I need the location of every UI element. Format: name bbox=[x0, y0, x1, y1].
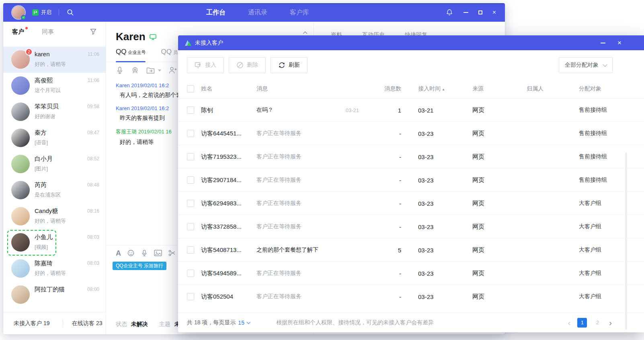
chat-list-item[interactable]: 小鱼儿 [视频] 08:03 bbox=[3, 229, 106, 256]
chat-time: 08:48 bbox=[87, 182, 99, 188]
chat-name: 阿拉丁的猫 bbox=[35, 286, 65, 293]
col-access-time[interactable]: 接入时间▲ bbox=[418, 85, 462, 92]
cell-message: 在吗？ bbox=[256, 107, 337, 114]
nav-tab[interactable]: 通讯录 bbox=[248, 8, 267, 17]
scrollbar[interactable] bbox=[625, 153, 627, 330]
table-row[interactable]: 访客052504 客户正在等待服务 - 03-23 网页 大客户组 bbox=[178, 285, 644, 308]
add-person-icon[interactable] bbox=[168, 66, 177, 74]
chat-list-item[interactable]: 秦方 [语音] 09:47 bbox=[3, 125, 106, 151]
chat-list-item[interactable]: 芮芮 是在浦东区 08:48 bbox=[3, 177, 106, 203]
cell-name: 访客052504 bbox=[201, 293, 254, 300]
cell-source: 网页 bbox=[472, 176, 517, 184]
connect-button[interactable]: 接入 bbox=[187, 57, 224, 73]
channel-tab-qq: QQ bbox=[116, 48, 126, 56]
assign-filter-label: 全部分配对象 bbox=[565, 61, 599, 69]
cell-assign: 售前接待组 bbox=[579, 130, 635, 137]
search-icon[interactable] bbox=[66, 8, 74, 16]
row-checkbox[interactable] bbox=[187, 270, 194, 277]
table-row[interactable]: 访客5408713... 之前的那个套餐想了解下 5 03-23 网页 大客户组 bbox=[178, 238, 644, 261]
folder-dropdown-caret[interactable] bbox=[158, 70, 161, 72]
row-checkbox[interactable] bbox=[187, 153, 194, 160]
table-row[interactable]: 访客5494589... 客户正在等待服务 - 03-23 网页 大客户组 bbox=[178, 261, 644, 285]
col-owner[interactable]: 归属人 bbox=[527, 85, 571, 92]
table-row[interactable]: 访客6294983... 客户正在等待服务 - 03-23 网页 大客户组 bbox=[178, 191, 644, 215]
tab-customers[interactable]: 客户 bbox=[12, 28, 24, 36]
chat-list-item[interactable]: 陈嘉琦 好的，请稍等 08:03 bbox=[3, 256, 106, 282]
font-icon[interactable]: A bbox=[116, 250, 121, 257]
row-checkbox[interactable] bbox=[187, 107, 194, 114]
window-minimize-button[interactable] bbox=[464, 12, 468, 13]
status-chip[interactable]: 开启 bbox=[32, 9, 51, 16]
nav-tab[interactable]: 客户库 bbox=[290, 8, 309, 17]
page-size-caret-icon[interactable] bbox=[246, 320, 250, 324]
row-checkbox[interactable] bbox=[187, 130, 194, 137]
cell-count: 5 bbox=[361, 246, 401, 253]
next-page-button[interactable]: › bbox=[609, 319, 612, 327]
table-row[interactable]: 陈钊 在吗？ 03-21 1 03-21 网页 售前接待组 bbox=[178, 98, 644, 121]
table-row[interactable]: 访客3372858... 客户正在等待服务 - 03-23 网页 大客户组 bbox=[178, 215, 644, 238]
emoji-icon[interactable] bbox=[127, 249, 135, 257]
filter-icon[interactable] bbox=[90, 28, 97, 35]
avatar: 2 bbox=[11, 50, 30, 69]
col-message[interactable]: 消息 bbox=[256, 85, 337, 92]
online-visitors-link[interactable]: 在线访客 23 bbox=[63, 320, 102, 327]
chat-preview: 好的，请稍等 bbox=[35, 217, 66, 225]
chevron-down-icon bbox=[603, 62, 607, 66]
table-row[interactable]: 访客6445451... 客户正在等待服务 - 03-23 网页 售前接待组 bbox=[178, 121, 644, 145]
avatar bbox=[11, 155, 30, 173]
channel-tab[interactable]: QQ 企业主号 bbox=[116, 48, 146, 62]
delete-button[interactable]: 删除 bbox=[229, 57, 266, 73]
table-body: 陈钊 在吗？ 03-21 1 03-21 网页 售前接待组 访客6445451.… bbox=[178, 98, 644, 308]
microphone-icon[interactable] bbox=[116, 66, 124, 74]
user-avatar[interactable]: ✓ bbox=[12, 6, 25, 19]
prev-page-button[interactable]: ‹ bbox=[568, 319, 571, 327]
message-sender: Karen bbox=[116, 105, 130, 111]
cell-name: 访客6445451... bbox=[201, 129, 254, 137]
row-checkbox[interactable] bbox=[187, 293, 194, 300]
window-close-button[interactable]: × bbox=[492, 9, 496, 16]
tab-customers-label: 客户 bbox=[12, 28, 24, 35]
chat-list-item[interactable]: 笨笨贝贝 好的谢谢 09:58 bbox=[3, 99, 106, 125]
pending-customers-link[interactable]: 未接入客户 19 bbox=[3, 320, 63, 327]
topbar: ✓ 开启 工作台 通讯录 客户库 × bbox=[3, 3, 505, 22]
col-count[interactable]: 消息数 bbox=[361, 85, 401, 92]
table-row[interactable]: 访客7195323... 客户正在等待服务 - 03-23 网页 售前接待组 bbox=[178, 145, 644, 168]
channel-tag[interactable]: QQ企业主号 乐游旅行 bbox=[113, 262, 166, 270]
page-size-value[interactable]: 15 bbox=[238, 320, 244, 326]
modal-minimize-button[interactable] bbox=[601, 43, 605, 43]
nav-tab[interactable]: 工作台 bbox=[206, 8, 226, 17]
col-name[interactable]: 姓名 bbox=[201, 85, 254, 92]
select-all-checkbox[interactable] bbox=[187, 85, 194, 92]
voice-icon[interactable] bbox=[141, 249, 148, 257]
chat-list-item[interactable]: 白小月 [图片] 08:52 bbox=[3, 151, 106, 177]
modal-close-button[interactable]: × bbox=[617, 39, 621, 46]
col-source[interactable]: 来源 bbox=[472, 85, 517, 92]
assign-filter-dropdown[interactable]: 全部分配对象 bbox=[559, 57, 613, 73]
row-checkbox[interactable] bbox=[187, 176, 194, 184]
status-value[interactable]: 未解决 bbox=[131, 321, 148, 327]
screenshot-scissors-icon[interactable] bbox=[168, 249, 176, 257]
page-button[interactable]: 2 bbox=[593, 318, 602, 328]
collapse-up-icon[interactable] bbox=[302, 31, 308, 35]
tab-colleagues[interactable]: 同事 bbox=[42, 28, 54, 36]
chat-list-item[interactable]: 高俊熙 这个月可以 11:06 bbox=[3, 73, 106, 99]
flag-icon bbox=[32, 9, 39, 16]
webcam-icon[interactable] bbox=[131, 66, 139, 74]
table-row[interactable]: 访客2907184... 客户正在等待服务 - 03-23 网页 售前接待组 bbox=[178, 168, 644, 191]
chat-list-item[interactable]: 阿拉丁的猫 08:00 bbox=[3, 282, 106, 308]
row-checkbox[interactable] bbox=[187, 200, 194, 207]
refresh-button[interactable]: 刷新 bbox=[271, 57, 308, 73]
chat-preview: 好的，请稍等 bbox=[35, 61, 66, 68]
chat-list-item[interactable]: 2 karen 好的，请稍等 11:06 bbox=[3, 47, 106, 73]
row-checkbox[interactable] bbox=[187, 246, 194, 254]
cell-count: - bbox=[361, 130, 401, 137]
folder-transfer-icon[interactable] bbox=[146, 67, 155, 74]
page-button[interactable]: 1 bbox=[577, 318, 587, 328]
message-time: 2019/02/01 16:2 bbox=[131, 82, 169, 88]
chat-list-item[interactable]: Candy糖 好的，请稍等 08:16 bbox=[3, 203, 106, 229]
window-maximize-button[interactable] bbox=[478, 10, 482, 14]
image-icon[interactable] bbox=[154, 250, 162, 256]
col-assign[interactable]: 分配对象 bbox=[579, 85, 635, 92]
row-checkbox[interactable] bbox=[187, 223, 194, 230]
bell-icon[interactable] bbox=[445, 8, 453, 16]
